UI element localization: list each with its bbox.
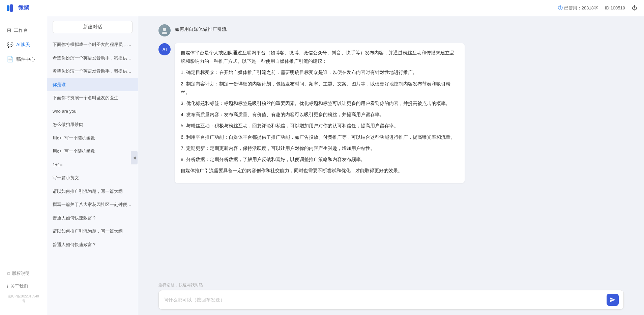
list-item[interactable]: 请以如何推广引流为题，写一篇大纲	[47, 185, 138, 198]
sidebar-item-draft[interactable]: 📄 稿件中心	[0, 52, 47, 67]
ai-para-7: 7. 定期更新：定期更新内容，保持活跃度，可以让用户对你的内容产生兴趣，增加用户…	[181, 144, 459, 153]
list-item[interactable]: who are you	[47, 105, 138, 118]
svg-point-3	[162, 32, 167, 34]
ai-para-5: 5. 与粉丝互动：积极与粉丝互动，回复评论和私信，可以增加用户对你的认可和信任，…	[181, 122, 459, 130]
ai-avatar: AI	[158, 43, 171, 55]
input-box	[158, 290, 624, 310]
chat-list-panel: 新建对话 下面你将模拟成一个叫圣友的程序员，我说... 希望你扮演一个英语发音助…	[47, 16, 138, 315]
send-button[interactable]	[607, 294, 619, 306]
draft-icon: 📄	[7, 56, 13, 62]
avatar	[158, 24, 171, 36]
chat-icon: 💬	[7, 42, 13, 48]
sidebar-item-copyright[interactable]: © 版权说明	[0, 267, 47, 280]
about-label: 关于我们	[10, 283, 28, 289]
sidebar-item-label: AI聊天	[16, 42, 30, 48]
info-icon: Ⓣ	[558, 5, 563, 11]
left-nav: ⊞ 工作台 💬 AI聊天 📄 稿件中心 © 版权说明 ℹ 关于我们 京ICP备2…	[0, 16, 47, 315]
user-id: ID:100519	[605, 5, 625, 10]
list-item[interactable]: 1+1=	[47, 158, 138, 172]
app-name: 微撰	[18, 4, 29, 11]
user-message: 如何用自媒体做推广引流	[158, 24, 624, 36]
user-message-text: 如何用自媒体做推广引流	[175, 24, 227, 32]
topbar: 微撰 Ⓣ 已使用：28318字 ID:100519 ⏻	[0, 0, 644, 16]
workbench-icon: ⊞	[7, 27, 11, 33]
list-item[interactable]: 下面你将扮演一个名叫圣友的医生	[47, 91, 138, 105]
sidebar-item-ai-chat[interactable]: 💬 AI聊天	[0, 37, 47, 52]
list-item[interactable]: 普通人如何快速致富？	[47, 211, 138, 225]
sidebar-item-about[interactable]: ℹ 关于我们	[0, 280, 47, 293]
list-item[interactable]: 用c++写一个随机函数	[47, 131, 138, 145]
sidebar-item-label: 稿件中心	[16, 56, 35, 62]
copyright-label: 版权说明	[12, 270, 30, 277]
quick-topics-label: 选择话题，快速与我对话：	[158, 282, 624, 288]
svg-rect-1	[10, 4, 13, 12]
new-chat-button[interactable]: 新建对话	[53, 21, 133, 33]
ai-para-9: 自媒体推广引流需要具备一定的内容创作和社交能力，同时也需要不断尝试和优化，才能取…	[181, 166, 459, 175]
topbar-right: Ⓣ 已使用：28318字 ID:100519 ⏻	[558, 5, 637, 11]
sidebar-item-label: 工作台	[14, 27, 28, 33]
list-item[interactable]: 用c++写一个随机函数	[47, 145, 138, 158]
chat-input[interactable]	[164, 296, 607, 304]
list-item[interactable]: 希望你扮演一个英语发音助手，我提供给你...	[47, 51, 138, 65]
user-avatar-icon	[161, 27, 168, 34]
chat-main: 如何用自媒体做推广引流 AI 自媒体平台是个人或团队通过互联网平台（如博客、微博…	[138, 16, 644, 315]
usage-text: 已使用：28318字	[564, 5, 598, 11]
ai-para-8: 8. 分析数据：定期分析数据，了解用户反馈和喜好，以便调整推广策略和内容发布频率…	[181, 155, 459, 164]
nav-bottom: © 版权说明 ℹ 关于我们 京ICP备2022015948号	[0, 267, 47, 315]
main-layout: ⊞ 工作台 💬 AI聊天 📄 稿件中心 © 版权说明 ℹ 关于我们 京ICP备2…	[0, 16, 644, 315]
logo-icon	[7, 4, 16, 12]
list-item[interactable]: 下面你将模拟成一个叫圣友的程序员，我说...	[47, 38, 138, 51]
ai-para-6: 6. 利用平台推广功能：自媒体平台都提供了推广功能，如广告投放、付费推广等，可以…	[181, 133, 459, 141]
chat-list: 下面你将模拟成一个叫圣友的程序员，我说... 希望你扮演一个英语发音助手，我提供…	[47, 36, 138, 315]
chat-messages: 如何用自媒体做推广引流 AI 自媒体平台是个人或团队通过互联网平台（如博客、微博…	[138, 16, 644, 279]
svg-point-2	[163, 28, 166, 31]
svg-rect-0	[7, 5, 9, 11]
list-item[interactable]: 撰写一篇关于八大家花园社区一刻钟便民生...	[47, 198, 138, 211]
sidebar-item-workbench[interactable]: ⊞ 工作台	[0, 23, 47, 37]
list-item[interactable]: 请以如何推广引流为题，写一篇大纲	[47, 225, 138, 238]
logo: 微撰	[7, 4, 29, 12]
icp-text: 京ICP备2022015948号	[0, 293, 47, 305]
ai-para-2: 2. 制定内容计划：制定一份详细的内容计划，包括发布时间、频率、主题、文案、图片…	[181, 80, 459, 97]
ai-message: AI 自媒体平台是个人或团队通过互联网平台（如博客、微博、微信公众号、抖音、快手…	[158, 43, 624, 183]
ai-para-1: 1. 确定目标受众：在开始自媒体推广引流之前，需要明确目标受众是谁，以便在发布内…	[181, 68, 459, 77]
list-item[interactable]: 写一篇小黄文	[47, 171, 138, 185]
list-item[interactable]: 怎么做狗屎炒肉	[47, 118, 138, 131]
collapse-button[interactable]: ◀	[131, 151, 138, 164]
list-item[interactable]: 你是谁	[47, 78, 138, 91]
chat-input-area: 选择话题，快速与我对话：	[138, 279, 644, 315]
ai-para-4: 4. 发布高质量内容：发布高质量、有价值、有趣的内容可以吸引更多的粉丝，并提高用…	[181, 110, 459, 119]
copyright-icon: ©	[7, 271, 10, 276]
about-icon: ℹ	[7, 284, 8, 289]
send-icon	[610, 297, 616, 303]
usage-info: Ⓣ 已使用：28318字	[558, 5, 598, 11]
ai-para-0: 自媒体平台是个人或团队通过互联网平台（如博客、微博、微信公众号、抖音、快手等）发…	[181, 49, 459, 65]
list-item[interactable]: 普通人如何快速致富？	[47, 238, 138, 252]
logout-icon[interactable]: ⏻	[632, 5, 637, 11]
ai-para-3: 3. 优化标题和标签：标题和标签是吸引粉丝的重要因素。优化标题和标签可以让更多的…	[181, 99, 459, 108]
list-item[interactable]: 希望你扮演一个英语发音助手，我提供给你...	[47, 64, 138, 78]
ai-message-content: 自媒体平台是个人或团队通过互联网平台（如博客、微博、微信公众号、抖音、快手等）发…	[175, 43, 465, 183]
